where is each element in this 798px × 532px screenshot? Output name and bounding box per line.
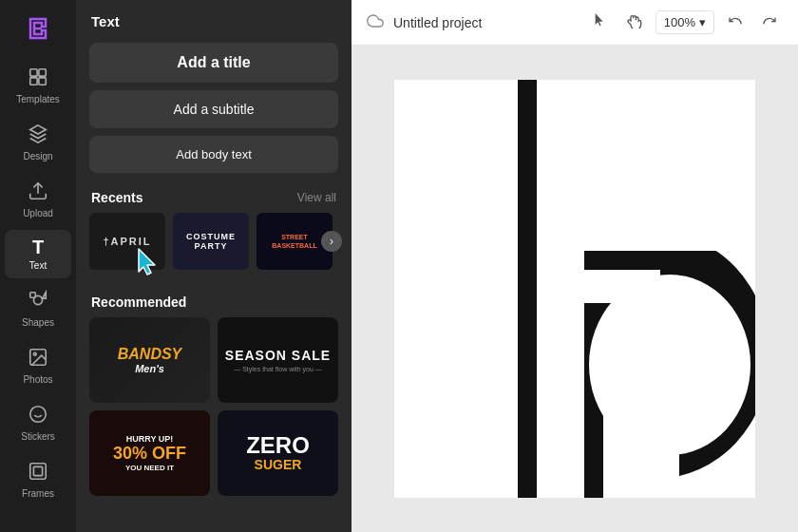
sidebar-text-label: Text [29,260,47,271]
pointer-tool-button[interactable] [587,10,614,36]
sidebar-item-photos[interactable]: Photos [5,339,71,392]
sidebar-item-shapes[interactable]: Shapes [5,282,71,335]
sidebar-photos-label: Photos [23,374,52,385]
text-icon: T [32,238,44,256]
sidebar-design-label: Design [23,151,52,162]
sidebar-stickers-label: Stickers [21,431,55,442]
text-panel: Text Add a title Add a subtitle Add body… [76,0,352,532]
recents-section-header: Recents View all [76,177,352,213]
design-icon [28,124,48,147]
recommended-grid: BANDSY Men's SEASON SALE — Styles that f… [89,317,338,504]
main-area: Untitled project 100% ▾ [352,0,798,532]
rec-item-bandsy[interactable]: BANDSY Men's [89,317,210,403]
svg-rect-2 [39,69,46,76]
sidebar: Templates Design Upload T Text [0,0,76,532]
top-bar: Untitled project 100% ▾ [352,0,798,46]
recents-scroll: †APRIL COSTUMEPARTY STREETBASKETBALL › [76,213,352,281]
stickers-icon [28,404,48,428]
svg-rect-3 [30,78,37,85]
svg-rect-1 [30,69,37,76]
sidebar-templates-label: Templates [16,94,60,104]
upload-icon [28,180,48,204]
svg-rect-14 [30,464,47,480]
app-logo [21,11,55,46]
rec-item-season[interactable]: SEASON SALE — Styles that flow with you … [218,317,338,403]
panel-title: Text [76,0,352,39]
sidebar-frames-label: Frames [22,488,54,499]
recommended-grid-container: BANDSY Men's SEASON SALE — Styles that f… [76,317,352,504]
sidebar-item-text[interactable]: T Text [5,230,71,278]
svg-rect-4 [39,78,46,85]
photos-icon [28,347,48,370]
recent-item-costume[interactable]: COSTUMEPARTY [173,213,249,270]
svg-point-10 [33,352,36,355]
sidebar-item-frames[interactable]: Frames [5,453,71,506]
svg-rect-15 [33,466,42,475]
add-title-button[interactable]: Add a title [89,43,338,83]
recommended-section-header: Recommended [76,281,352,317]
add-body-button[interactable]: Add body text [89,136,338,173]
zoom-control[interactable]: 100% ▾ [656,10,714,34]
sidebar-item-templates[interactable]: Templates [5,59,71,112]
svg-rect-21 [537,80,584,498]
topbar-actions: 100% ▾ [587,10,783,36]
view-all-link[interactable]: View all [297,191,336,204]
svg-rect-7 [30,293,36,298]
sidebar-item-upload[interactable]: Upload [5,173,71,226]
zoom-dropdown-arrow: ▾ [699,15,706,29]
recents-label: Recents [91,190,142,205]
canvas-content [394,80,755,498]
recommended-label: Recommended [91,294,186,310]
rec-item-hurry[interactable]: HURRY UP! 30% OFF YOU NEED IT [89,410,210,496]
canvas-area[interactable] [352,46,798,532]
svg-marker-8 [43,293,47,298]
templates-icon [28,66,48,90]
undo-button[interactable] [722,10,749,36]
frames-icon [28,461,48,484]
recents-scroll-right[interactable]: › [321,231,342,252]
zoom-level: 100% [664,15,695,29]
redo-button[interactable] [756,10,783,36]
sidebar-upload-label: Upload [23,208,53,218]
sidebar-shapes-label: Shapes [22,317,54,328]
cloud-icon [367,12,384,33]
shapes-icon [28,290,48,314]
canvas-graphic [394,80,755,498]
svg-rect-20 [603,403,679,498]
sidebar-item-design[interactable]: Design [5,116,71,169]
add-subtitle-button[interactable]: Add a subtitle [89,90,338,128]
svg-point-11 [30,407,47,423]
hand-tool-button[interactable] [621,10,648,36]
svg-rect-22 [584,80,755,251]
recent-item-april[interactable]: †APRIL [89,213,165,270]
rec-item-zero[interactable]: ZERO SUGER [218,410,338,496]
project-title: Untitled project [393,15,578,30]
sidebar-item-stickers[interactable]: Stickers [5,396,71,449]
